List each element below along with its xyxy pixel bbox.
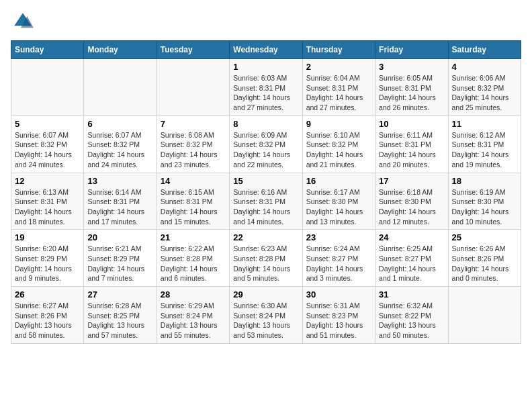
calendar-cell: 16Sunrise: 6:17 AM Sunset: 8:30 PM Dayli… [302, 173, 375, 230]
day-info: Sunrise: 6:15 AM Sunset: 8:31 PM Dayligh… [161, 187, 226, 227]
day-number: 27 [87, 289, 152, 300]
day-number: 9 [306, 119, 371, 129]
day-info: Sunrise: 6:23 AM Sunset: 8:28 PM Dayligh… [233, 244, 298, 283]
calendar-week-4: 26Sunrise: 6:27 AM Sunset: 8:26 PM Dayli… [11, 287, 521, 344]
day-number: 19 [15, 232, 80, 242]
day-info: Sunrise: 6:30 AM Sunset: 8:24 PM Dayligh… [233, 301, 298, 340]
day-number: 22 [233, 232, 298, 242]
day-info: Sunrise: 6:26 AM Sunset: 8:26 PM Dayligh… [452, 244, 517, 283]
calendar-cell: 9Sunrise: 6:10 AM Sunset: 8:32 PM Daylig… [302, 116, 375, 173]
day-number: 30 [306, 289, 371, 300]
calendar-cell: 14Sunrise: 6:15 AM Sunset: 8:31 PM Dayli… [157, 173, 229, 230]
day-number: 3 [379, 62, 444, 72]
day-info: Sunrise: 6:17 AM Sunset: 8:30 PM Dayligh… [306, 187, 371, 227]
calendar-cell: 25Sunrise: 6:26 AM Sunset: 8:26 PM Dayli… [448, 230, 521, 287]
calendar-cell: 1Sunrise: 6:03 AM Sunset: 8:31 PM Daylig… [230, 59, 302, 116]
day-number: 16 [306, 176, 371, 186]
day-number: 21 [161, 232, 226, 242]
day-info: Sunrise: 6:24 AM Sunset: 8:27 PM Dayligh… [306, 244, 371, 283]
weekday-header-sunday: Sunday [11, 41, 84, 59]
day-info: Sunrise: 6:12 AM Sunset: 8:31 PM Dayligh… [452, 130, 517, 170]
day-number: 1 [233, 62, 298, 72]
calendar-cell: 23Sunrise: 6:24 AM Sunset: 8:27 PM Dayli… [302, 230, 375, 287]
day-number: 31 [379, 289, 444, 300]
calendar-cell: 21Sunrise: 6:22 AM Sunset: 8:28 PM Dayli… [157, 230, 229, 287]
calendar-week-3: 19Sunrise: 6:20 AM Sunset: 8:29 PM Dayli… [11, 230, 521, 287]
logo [11, 11, 34, 35]
day-number: 28 [161, 289, 226, 300]
calendar-cell: 27Sunrise: 6:28 AM Sunset: 8:25 PM Dayli… [84, 287, 157, 344]
weekday-header-wednesday: Wednesday [230, 41, 302, 59]
weekday-header-friday: Friday [375, 41, 448, 59]
weekday-header-tuesday: Tuesday [157, 41, 229, 59]
calendar-cell: 4Sunrise: 6:06 AM Sunset: 8:32 PM Daylig… [448, 59, 521, 116]
calendar-cell: 2Sunrise: 6:04 AM Sunset: 8:31 PM Daylig… [302, 59, 375, 116]
day-info: Sunrise: 6:22 AM Sunset: 8:28 PM Dayligh… [161, 244, 226, 283]
calendar-cell: 11Sunrise: 6:12 AM Sunset: 8:31 PM Dayli… [448, 116, 521, 173]
day-info: Sunrise: 6:25 AM Sunset: 8:27 PM Dayligh… [379, 244, 444, 283]
calendar-cell [11, 59, 84, 116]
calendar-week-0: 1Sunrise: 6:03 AM Sunset: 8:31 PM Daylig… [11, 59, 521, 116]
day-number: 26 [15, 289, 80, 300]
day-info: Sunrise: 6:28 AM Sunset: 8:25 PM Dayligh… [87, 301, 152, 340]
calendar-cell: 6Sunrise: 6:07 AM Sunset: 8:32 PM Daylig… [84, 116, 157, 173]
calendar-cell: 26Sunrise: 6:27 AM Sunset: 8:26 PM Dayli… [11, 287, 84, 344]
day-info: Sunrise: 6:07 AM Sunset: 8:32 PM Dayligh… [15, 130, 80, 170]
calendar-cell: 13Sunrise: 6:14 AM Sunset: 8:31 PM Dayli… [84, 173, 157, 230]
calendar-cell [84, 59, 157, 116]
calendar-cell: 31Sunrise: 6:32 AM Sunset: 8:22 PM Dayli… [375, 287, 448, 344]
calendar-cell: 3Sunrise: 6:05 AM Sunset: 8:31 PM Daylig… [375, 59, 448, 116]
day-info: Sunrise: 6:32 AM Sunset: 8:22 PM Dayligh… [379, 301, 444, 340]
day-info: Sunrise: 6:20 AM Sunset: 8:29 PM Dayligh… [15, 244, 80, 283]
day-info: Sunrise: 6:16 AM Sunset: 8:31 PM Dayligh… [233, 187, 298, 227]
calendar-cell: 10Sunrise: 6:11 AM Sunset: 8:31 PM Dayli… [375, 116, 448, 173]
day-number: 14 [161, 176, 226, 186]
weekday-header-thursday: Thursday [302, 41, 375, 59]
day-number: 29 [233, 289, 298, 300]
calendar-cell [448, 287, 521, 344]
day-number: 4 [452, 62, 517, 72]
day-info: Sunrise: 6:05 AM Sunset: 8:31 PM Dayligh… [379, 73, 444, 113]
calendar-week-1: 5Sunrise: 6:07 AM Sunset: 8:32 PM Daylig… [11, 116, 521, 173]
day-number: 23 [306, 232, 371, 242]
day-number: 11 [452, 119, 517, 129]
calendar-week-2: 12Sunrise: 6:13 AM Sunset: 8:31 PM Dayli… [11, 173, 521, 230]
day-number: 13 [87, 176, 152, 186]
day-number: 20 [87, 232, 152, 242]
day-number: 2 [306, 62, 371, 72]
day-number: 24 [379, 232, 444, 242]
calendar-cell: 7Sunrise: 6:08 AM Sunset: 8:32 PM Daylig… [157, 116, 229, 173]
day-info: Sunrise: 6:31 AM Sunset: 8:23 PM Dayligh… [306, 301, 371, 340]
calendar-cell [157, 59, 229, 116]
day-number: 6 [87, 119, 152, 129]
day-info: Sunrise: 6:08 AM Sunset: 8:32 PM Dayligh… [161, 130, 226, 170]
calendar-cell: 30Sunrise: 6:31 AM Sunset: 8:23 PM Dayli… [302, 287, 375, 344]
day-number: 5 [15, 119, 80, 129]
logo-icon [12, 11, 34, 32]
day-info: Sunrise: 6:09 AM Sunset: 8:32 PM Dayligh… [233, 130, 298, 170]
day-info: Sunrise: 6:13 AM Sunset: 8:31 PM Dayligh… [15, 187, 80, 227]
day-info: Sunrise: 6:27 AM Sunset: 8:26 PM Dayligh… [15, 301, 80, 340]
weekday-header-monday: Monday [84, 41, 157, 59]
calendar-cell: 28Sunrise: 6:29 AM Sunset: 8:24 PM Dayli… [157, 287, 229, 344]
day-info: Sunrise: 6:21 AM Sunset: 8:29 PM Dayligh… [87, 244, 152, 283]
day-info: Sunrise: 6:03 AM Sunset: 8:31 PM Dayligh… [233, 73, 298, 113]
calendar-cell: 15Sunrise: 6:16 AM Sunset: 8:31 PM Dayli… [230, 173, 302, 230]
calendar-cell: 22Sunrise: 6:23 AM Sunset: 8:28 PM Dayli… [230, 230, 302, 287]
calendar-cell: 24Sunrise: 6:25 AM Sunset: 8:27 PM Dayli… [375, 230, 448, 287]
day-number: 7 [161, 119, 226, 129]
calendar-cell: 12Sunrise: 6:13 AM Sunset: 8:31 PM Dayli… [11, 173, 84, 230]
day-info: Sunrise: 6:11 AM Sunset: 8:31 PM Dayligh… [379, 130, 444, 170]
day-info: Sunrise: 6:18 AM Sunset: 8:30 PM Dayligh… [379, 187, 444, 227]
weekday-header-saturday: Saturday [448, 41, 521, 59]
day-info: Sunrise: 6:06 AM Sunset: 8:32 PM Dayligh… [452, 73, 517, 113]
calendar-cell: 29Sunrise: 6:30 AM Sunset: 8:24 PM Dayli… [230, 287, 302, 344]
day-info: Sunrise: 6:10 AM Sunset: 8:32 PM Dayligh… [306, 130, 371, 170]
day-number: 17 [379, 176, 444, 186]
day-number: 8 [233, 119, 298, 129]
day-info: Sunrise: 6:19 AM Sunset: 8:30 PM Dayligh… [452, 187, 517, 227]
calendar-table: SundayMondayTuesdayWednesdayThursdayFrid… [11, 40, 521, 344]
day-info: Sunrise: 6:29 AM Sunset: 8:24 PM Dayligh… [161, 301, 226, 340]
day-number: 10 [379, 119, 444, 129]
day-number: 12 [15, 176, 80, 186]
